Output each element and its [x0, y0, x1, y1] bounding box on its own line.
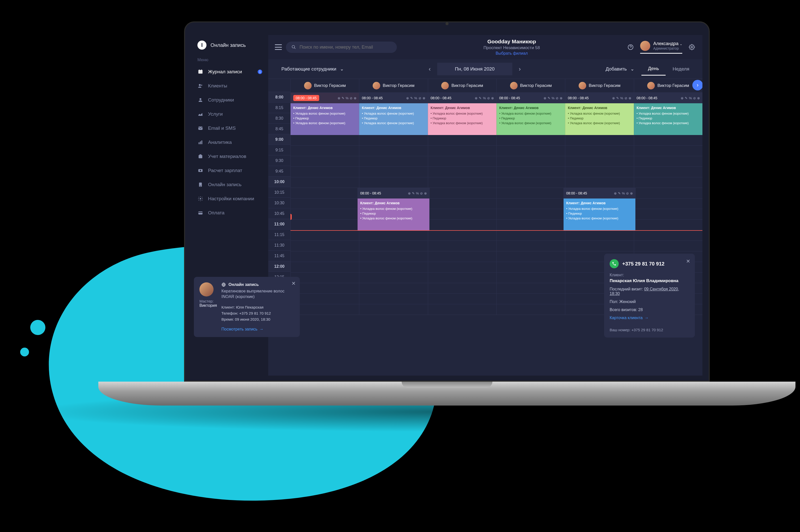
calendar-cell[interactable]: [359, 241, 428, 251]
calendar-cell[interactable]: [496, 241, 565, 251]
calendar-cell[interactable]: [565, 177, 634, 188]
calendar-cell[interactable]: [290, 135, 359, 146]
calendar-cell[interactable]: [428, 304, 496, 315]
staff-column-header[interactable]: Виктор Герасим: [565, 79, 634, 92]
calendar-cell[interactable]: [634, 230, 703, 241]
calendar-cell[interactable]: [359, 135, 428, 146]
calendar-cell[interactable]: [290, 167, 359, 177]
sidebar-item-salary[interactable]: Расчет зарплат: [192, 164, 268, 177]
appointment-card[interactable]: Клиент: Денис Агимов• Укладка волос фено…: [428, 103, 496, 135]
calendar-cell[interactable]: [496, 283, 565, 294]
calendar-cell[interactable]: [634, 146, 703, 156]
calendar-cell[interactable]: [290, 230, 359, 241]
prev-day-button[interactable]: ‹: [422, 63, 437, 75]
calendar-cell[interactable]: [290, 262, 359, 272]
add-dropdown[interactable]: Добавить ⌄: [599, 63, 641, 75]
appointment-card[interactable]: Клиент: Денис Агимов• Укладка волос фено…: [359, 103, 428, 135]
scroll-right-button[interactable]: ›: [692, 80, 703, 91]
sidebar-item-analytics[interactable]: Аналитика: [192, 135, 268, 149]
calendar-cell[interactable]: [565, 230, 634, 241]
calendar-cell[interactable]: [290, 272, 359, 283]
calendar-cell[interactable]: [565, 146, 634, 156]
sidebar-item-company-settings[interactable]: Настройки компании: [192, 192, 268, 206]
appointment-card[interactable]: Клиент: Денис Агимов• Укладка волос фено…: [290, 103, 359, 135]
calendar-cell[interactable]: [634, 135, 703, 146]
calendar-cell[interactable]: [428, 230, 496, 241]
close-call-popover-button[interactable]: ✕: [686, 258, 690, 264]
calendar-cell[interactable]: [290, 188, 358, 198]
calendar-cell[interactable]: [496, 167, 565, 177]
sidebar-item-services[interactable]: Услуги: [192, 107, 268, 121]
calendar-cell[interactable]: [428, 251, 496, 262]
calendar-cell[interactable]: [428, 283, 496, 294]
user-menu[interactable]: Александра ⌄ Администратор: [640, 41, 682, 54]
sidebar-item-payment[interactable]: Оплата: [192, 206, 268, 220]
appointment-time-header[interactable]: 08:00 - 08:45⊕✎%⊘⊗: [564, 188, 636, 198]
calendar-cell[interactable]: [290, 241, 359, 251]
branch-link[interactable]: Выбрать филиал: [401, 51, 622, 56]
calendar-cell[interactable]: [496, 294, 565, 304]
calendar-cell[interactable]: [428, 294, 496, 304]
calendar-cell[interactable]: [496, 262, 565, 272]
calendar-cell[interactable]: [290, 251, 359, 262]
calendar-cell[interactable]: [496, 188, 564, 198]
sidebar-item-clients[interactable]: Клиенты: [192, 79, 268, 93]
calendar-cell[interactable]: [496, 272, 565, 283]
appointment-time-header[interactable]: 08:00 - 08:45⊕✎%⊘⊗: [358, 188, 430, 198]
calendar-cell[interactable]: [496, 177, 565, 188]
calendar-cell[interactable]: [428, 146, 496, 156]
calendar-cell[interactable]: [634, 167, 703, 177]
sidebar-item-booking[interactable]: Онлайн запись: [192, 177, 268, 192]
appointment-card[interactable]: Клиент: Денис Агимов• Укладка волос фено…: [358, 198, 430, 230]
staff-column-header[interactable]: Виктор Герасим: [428, 79, 496, 92]
close-popover-button[interactable]: ✕: [291, 280, 296, 286]
sidebar-item-staff[interactable]: Сотрудники: [192, 93, 268, 107]
calendar-cell[interactable]: [428, 167, 496, 177]
staff-column-header[interactable]: Виктор Герасим: [359, 79, 428, 92]
calendar-cell[interactable]: [428, 272, 496, 283]
hamburger-menu[interactable]: [275, 44, 282, 50]
sidebar-item-materials[interactable]: Учет материалов: [192, 149, 268, 164]
search-box[interactable]: [286, 41, 397, 53]
calendar-cell[interactable]: [290, 198, 358, 230]
calendar-cell[interactable]: [428, 156, 496, 167]
client-card-link[interactable]: Карточка клиента→: [610, 316, 689, 320]
calendar-cell[interactable]: [290, 177, 359, 188]
calendar-cell[interactable]: [565, 156, 634, 167]
appointment-card[interactable]: Клиент: Денис Агимов• Укладка волос фено…: [565, 103, 634, 135]
calendar-cell[interactable]: [290, 146, 359, 156]
calendar-cell[interactable]: [496, 146, 565, 156]
calendar-cell[interactable]: [565, 167, 634, 177]
appointment-card[interactable]: Клиент: Денис Агимов• Укладка волос фено…: [496, 103, 565, 135]
calendar-cell[interactable]: [496, 251, 565, 262]
calendar-cell[interactable]: [359, 146, 428, 156]
search-input[interactable]: [299, 44, 391, 50]
calendar-cell[interactable]: [496, 304, 565, 315]
calendar-cell[interactable]: [430, 198, 496, 230]
calendar-cell[interactable]: [359, 177, 428, 188]
view-tab-day[interactable]: День: [641, 62, 666, 76]
staff-filter-dropdown[interactable]: Работающие сотрудники ⌄: [275, 63, 350, 75]
calendar-cell[interactable]: [359, 167, 428, 177]
calendar-cell[interactable]: [430, 188, 496, 198]
calendar-cell[interactable]: [634, 156, 703, 167]
calendar-cell[interactable]: [290, 294, 359, 304]
appointment-card[interactable]: Клиент: Денис Агимов• Укладка волос фено…: [564, 198, 636, 230]
staff-column-header[interactable]: Виктор Герасим: [290, 79, 359, 92]
appointment-card[interactable]: Клиент: Денис Агимов• Укладка волос фено…: [634, 103, 703, 135]
calendar-cell[interactable]: [359, 304, 428, 315]
calendar-cell[interactable]: [496, 135, 565, 146]
calendar-cell[interactable]: [428, 177, 496, 188]
date-display[interactable]: Пн, 08 Июня 2020: [437, 63, 512, 75]
sidebar-item-email-sms[interactable]: Email и SMS: [192, 121, 268, 135]
view-tab-week[interactable]: Неделя: [666, 63, 696, 75]
calendar-cell[interactable]: [428, 241, 496, 251]
calendar-cell[interactable]: [359, 156, 428, 167]
calendar-cell[interactable]: [359, 294, 428, 304]
appointment-time-header[interactable]: 08:00 - 08:45⊕✎%⊘⊗: [428, 93, 496, 103]
calendar-cell[interactable]: [290, 304, 359, 315]
view-appointment-link[interactable]: Посмотреть запись→: [268, 327, 294, 331]
appointment-time-header[interactable]: 08:00 - 08:45⊕✎%⊘⊗: [359, 93, 428, 103]
next-day-button[interactable]: ›: [512, 63, 527, 75]
calendar-cell[interactable]: [428, 262, 496, 272]
